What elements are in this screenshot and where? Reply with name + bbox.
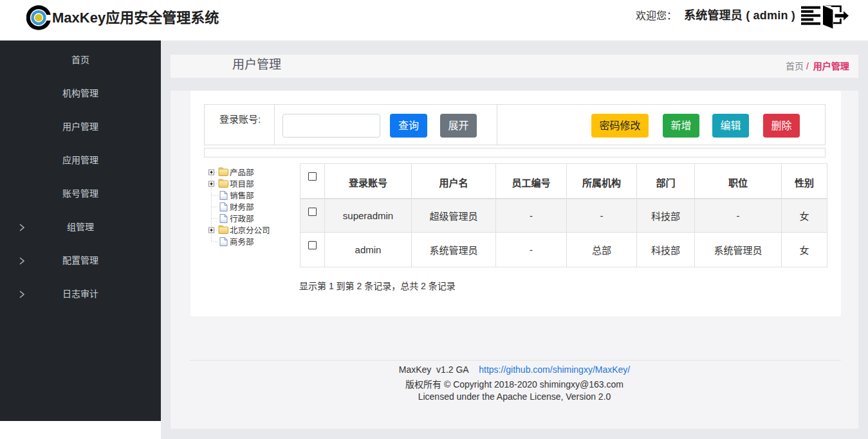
svg-text:产品部: 产品部 xyxy=(230,168,254,177)
svg-text:行政部: 行政部 xyxy=(230,214,254,224)
svg-text:商务部: 商务部 xyxy=(230,237,254,247)
svg-text:北京分公司: 北京分公司 xyxy=(230,226,270,235)
svg-text:销售部: 销售部 xyxy=(230,191,254,201)
svg-text:项目部: 项目部 xyxy=(230,179,254,189)
svg-text:财务部: 财务部 xyxy=(230,202,254,212)
